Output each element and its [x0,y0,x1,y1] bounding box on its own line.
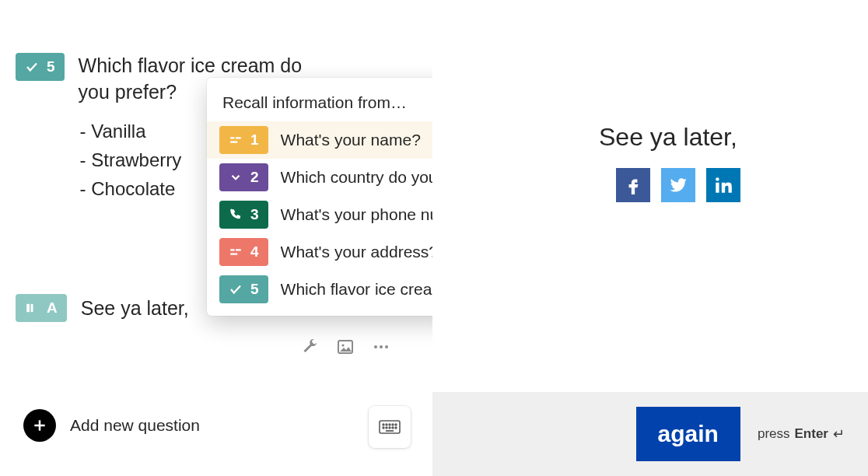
svg-point-10 [383,424,384,425]
chevron-down-icon [229,170,243,184]
svg-point-16 [386,427,387,429]
end-screen-block[interactable]: A See ya later, [16,294,189,322]
add-question-button[interactable]: Add new question [23,409,200,442]
svg-point-15 [383,427,384,429]
end-screen-tag: A [16,294,67,322]
linkedin-icon[interactable] [706,168,740,202]
wrench-icon[interactable] [300,338,319,359]
text-icon [229,245,243,259]
svg-point-13 [392,424,394,425]
svg-rect-23 [230,142,237,143]
svg-rect-25 [236,249,241,250]
press-enter-hint: press Enter ↵ [758,425,845,443]
phone-icon [229,208,243,222]
recall-label: What's your phone nu… [281,205,456,224]
svg-point-6 [385,345,388,348]
svg-point-19 [395,427,397,429]
svg-point-5 [380,345,383,348]
recall-tag: 1 [219,126,268,154]
svg-point-11 [386,424,387,425]
text-icon [229,133,243,147]
social-links [616,168,740,202]
recall-tag: 5 [219,275,268,303]
enter-key-icon: ↵ [833,425,845,443]
keyboard-icon [379,419,401,435]
svg-point-12 [389,424,390,425]
question-number: 5 [47,58,55,75]
svg-rect-24 [230,249,234,250]
svg-rect-21 [230,137,234,138]
preview-footer: again press Enter ↵ [432,392,868,476]
question-tag-5: 5 [16,53,65,81]
block-toolbar [300,338,390,359]
plus-icon [23,409,56,442]
svg-rect-27 [716,183,719,193]
layout-icon [25,301,39,315]
svg-point-14 [395,424,397,425]
recall-label: What's your address? [281,243,438,261]
preview-text: See ya later, [599,123,737,152]
svg-point-4 [374,345,377,348]
check-icon [229,282,243,296]
recall-label: What's your name? [281,131,421,149]
facebook-icon[interactable] [616,168,650,202]
more-icon[interactable] [372,338,390,359]
svg-rect-22 [236,137,241,138]
add-question-label: Add new question [70,416,200,435]
svg-point-18 [392,427,394,429]
check-icon [25,60,39,74]
end-screen-badge: A [47,299,58,317]
keyboard-button[interactable] [369,406,411,448]
svg-rect-26 [230,254,237,255]
svg-rect-1 [31,304,33,313]
recall-tag: 2 [219,163,268,191]
svg-point-28 [716,177,719,180]
end-screen-text: See ya later, [81,297,189,320]
twitter-icon[interactable] [661,168,695,202]
svg-point-17 [389,427,390,429]
image-icon[interactable] [336,338,355,359]
svg-point-3 [341,344,344,346]
again-button[interactable]: again [636,407,740,461]
svg-rect-0 [26,304,30,313]
recall-tag: 3 [219,201,268,229]
recall-tag: 4 [219,238,268,266]
